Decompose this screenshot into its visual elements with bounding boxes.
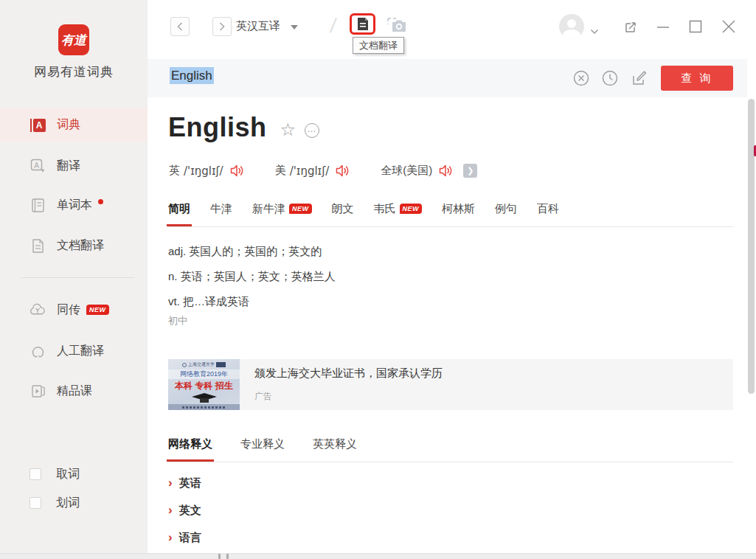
sidebar-divider bbox=[21, 277, 134, 278]
sidebar-item-interpretation[interactable]: 同传 NEW bbox=[0, 294, 148, 326]
notification-dot bbox=[98, 199, 103, 204]
definition-line: n. 英语；英国人；英文；英格兰人 bbox=[168, 270, 336, 284]
sense-expand-item[interactable]: › 语言 bbox=[168, 531, 201, 545]
chevron-right-icon[interactable]: ❯ bbox=[463, 164, 477, 178]
sense-expand-item[interactable]: › 英语 bbox=[168, 476, 201, 490]
speaker-icon[interactable] bbox=[439, 164, 453, 177]
more-options-icon[interactable]: … bbox=[305, 123, 319, 138]
cloud-interpret-icon bbox=[30, 302, 46, 318]
checkbox-icon[interactable] bbox=[30, 497, 41, 509]
ad-tag: 广告 bbox=[254, 390, 443, 403]
tab-baike[interactable]: 百科 bbox=[537, 202, 559, 226]
horizontal-scrollbar[interactable] bbox=[0, 553, 756, 559]
pronunciation-us: 美/'ɪŋglɪʃ/ bbox=[275, 164, 350, 178]
sidebar-item-label: 精品课 bbox=[57, 383, 92, 399]
minimize-button[interactable] bbox=[655, 18, 671, 35]
account-chevron-down-icon[interactable] bbox=[590, 24, 599, 38]
translate-icon: A bbox=[30, 158, 46, 174]
new-badge: NEW bbox=[289, 204, 312, 214]
ad-phone-strip bbox=[168, 404, 240, 410]
sidebar-item-human-translate[interactable]: 人工翻译 bbox=[0, 335, 148, 367]
toggle-word-select[interactable]: 划词 bbox=[30, 494, 80, 512]
ad-title: 颁发上海交大毕业证书，国家承认学历 bbox=[254, 367, 443, 381]
chevron-right-icon: › bbox=[168, 476, 173, 490]
sidebar-item-label: 同传 bbox=[57, 302, 80, 318]
avatar[interactable] bbox=[559, 14, 584, 39]
tab-oxford[interactable]: 牛津 bbox=[210, 202, 232, 226]
search-button[interactable]: 查 询 bbox=[661, 66, 733, 91]
headword: English bbox=[168, 112, 267, 143]
ad-banner[interactable]: 上海交通大学 网络教育2019年 本科 专科 招生 颁发上海交大毕业证书，国家承… bbox=[168, 359, 733, 410]
doc-translate-icon bbox=[30, 237, 46, 254]
dictionary-icon: A bbox=[30, 117, 46, 133]
pronunciation-row: 英/'ɪŋglɪʃ/ 美/'ɪŋglɪʃ/ 全球(美国) ❯ bbox=[169, 164, 488, 178]
wordbook-icon bbox=[30, 197, 46, 213]
human-translate-icon bbox=[30, 343, 46, 359]
close-button[interactable] bbox=[721, 18, 737, 35]
chevron-down-icon bbox=[291, 25, 298, 29]
sidebar-item-label: 文档翻译 bbox=[57, 238, 104, 254]
language-mode-label: 英汉互译 bbox=[236, 19, 280, 33]
svg-text:A: A bbox=[34, 161, 39, 169]
toggle-word-capture[interactable]: 取词 bbox=[30, 465, 80, 483]
dictionary-tabs: 简明 牛津 新牛津NEW 朗文 韦氏NEW 柯林斯 例句 百科 bbox=[168, 198, 733, 227]
app-window: 有道 网易有道词典 A 词典 A 翻译 单词本 文档翻译 bbox=[0, 0, 756, 559]
checkbox-icon[interactable] bbox=[30, 468, 41, 480]
ad-image: 上海交通大学 网络教育2019年 本科 专科 招生 bbox=[168, 359, 240, 410]
doc-translate-button-highlighted[interactable] bbox=[350, 13, 375, 35]
history-icon[interactable] bbox=[602, 70, 618, 86]
search-query-selected-text: English bbox=[170, 67, 214, 84]
sidebar-item-courses[interactable]: 精品课 bbox=[0, 375, 148, 407]
favorite-star-icon[interactable]: ☆ bbox=[280, 119, 296, 140]
sidebar-item-dictionary[interactable]: A 词典 bbox=[0, 108, 148, 142]
screenshot-ocr-button[interactable] bbox=[387, 15, 408, 35]
back-button[interactable] bbox=[170, 17, 190, 36]
speaker-icon[interactable] bbox=[336, 164, 350, 177]
level-tag: 初中 bbox=[168, 314, 187, 327]
sidebar-item-doc-translate[interactable]: 文档翻译 bbox=[0, 229, 148, 262]
search-bar: English 查 询 bbox=[148, 59, 747, 97]
tooltip: 文档翻译 bbox=[353, 37, 404, 54]
tab-professional-definitions[interactable]: 专业释义 bbox=[240, 437, 285, 462]
course-play-icon bbox=[30, 383, 46, 399]
tab-new-oxford[interactable]: 新牛津NEW bbox=[252, 202, 312, 226]
tab-longman[interactable]: 朗文 bbox=[332, 202, 354, 226]
speaker-icon[interactable] bbox=[230, 164, 244, 177]
tab-english-definitions[interactable]: 英英释义 bbox=[313, 437, 357, 462]
chevron-right-icon: › bbox=[168, 530, 173, 545]
tab-webster[interactable]: 韦氏NEW bbox=[374, 202, 423, 226]
toolbar: 英汉互译 / 文档翻译 bbox=[148, 0, 756, 59]
sense-tabs: 网络释义 专业释义 英英释义 bbox=[168, 429, 733, 462]
toolbar-separator: / bbox=[329, 15, 338, 38]
tab-examples[interactable]: 例句 bbox=[495, 202, 517, 226]
pos-label: adj. bbox=[168, 245, 186, 257]
sense-expand-item[interactable]: › 英文 bbox=[168, 504, 201, 518]
sidebar-item-wordbook[interactable]: 单词本 bbox=[0, 189, 148, 221]
toggle-label: 划词 bbox=[56, 496, 80, 511]
tab-web-definitions[interactable]: 网络释义 bbox=[168, 437, 212, 462]
definition-line: adj. 英国人的；英国的；英文的 bbox=[168, 245, 322, 259]
result-panel: English ☆ … 英/'ɪŋglɪʃ/ 美/'ɪŋglɪʃ/ 全球(美国) bbox=[148, 97, 747, 553]
vertical-scrollbar-thumb[interactable] bbox=[748, 99, 755, 394]
pronunciation-uk: 英/'ɪŋglɪʃ/ bbox=[169, 164, 244, 178]
maximize-button[interactable] bbox=[687, 18, 704, 35]
graduation-cap-icon bbox=[168, 393, 240, 404]
search-input[interactable]: English bbox=[170, 69, 214, 83]
forward-button[interactable] bbox=[212, 17, 232, 36]
mini-window-button[interactable] bbox=[623, 18, 639, 35]
tab-collins[interactable]: 柯林斯 bbox=[442, 202, 475, 226]
definition-line: vt. 把…译成英语 bbox=[168, 295, 249, 309]
feedback-edit-icon[interactable] bbox=[631, 70, 648, 86]
sidebar-item-translate[interactable]: A 翻译 bbox=[0, 150, 148, 182]
new-badge: NEW bbox=[86, 305, 109, 315]
sidebar: 有道 网易有道词典 A 词典 A 翻译 单词本 文档翻译 bbox=[0, 0, 148, 559]
youdao-logo: 有道 bbox=[58, 24, 89, 55]
language-mode-dropdown[interactable]: 英汉互译 bbox=[236, 19, 298, 33]
tab-concise[interactable]: 简明 bbox=[168, 202, 190, 226]
camera-icon bbox=[387, 15, 408, 35]
toggle-label: 取词 bbox=[56, 467, 80, 482]
sidebar-item-label: 人工翻译 bbox=[57, 344, 104, 359]
pronunciation-global: 全球(美国) ❯ bbox=[381, 164, 457, 178]
app-title: 网易有道词典 bbox=[0, 63, 148, 80]
clear-icon[interactable] bbox=[573, 70, 589, 86]
